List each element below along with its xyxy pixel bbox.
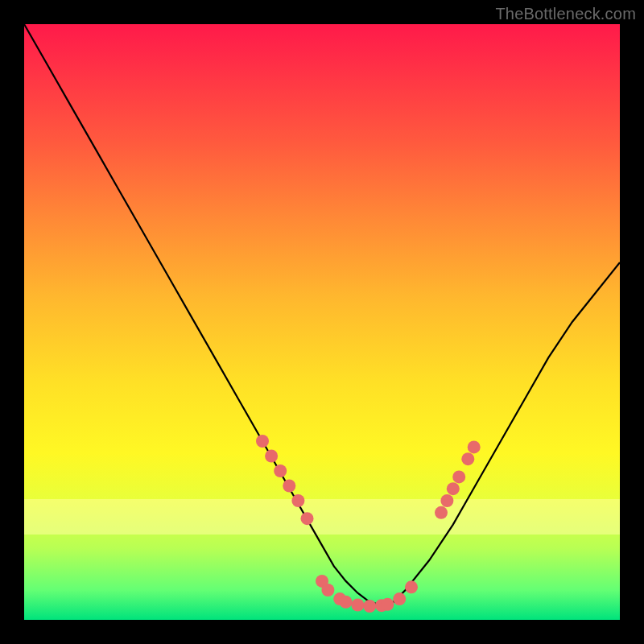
curve-marker <box>291 494 304 507</box>
curve-marker <box>340 596 353 609</box>
curve-marker <box>351 599 364 612</box>
curve-marker <box>283 480 295 493</box>
curve-marker <box>440 494 453 507</box>
watermark-text: TheBottleneck.com <box>495 5 636 23</box>
curve-marker <box>381 598 394 611</box>
marker-group <box>256 435 481 613</box>
curve-marker <box>468 440 481 453</box>
chart-stage: TheBottleneck.com <box>0 0 644 644</box>
curve-marker <box>363 600 376 613</box>
curve-marker <box>301 512 314 525</box>
plot-area <box>24 24 620 620</box>
curve-marker <box>452 470 465 483</box>
curve-marker <box>321 584 334 597</box>
curve-marker <box>435 506 448 519</box>
curve-marker <box>447 482 460 495</box>
curve-marker <box>274 464 287 477</box>
curve-marker <box>461 452 474 465</box>
curve-marker <box>393 592 406 605</box>
bottleneck-curve-path <box>24 24 620 605</box>
curve-layer <box>24 24 620 620</box>
curve-marker <box>265 450 278 463</box>
curve-marker <box>256 435 269 448</box>
curve-marker <box>405 580 418 593</box>
